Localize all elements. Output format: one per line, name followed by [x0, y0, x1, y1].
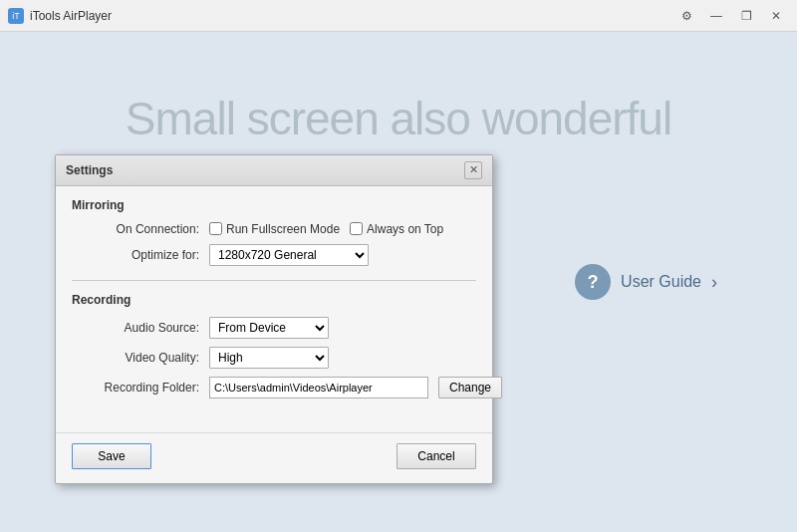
optimize-controls: 1280x720 General 1920x1080 HD 960x540 Lo…: [209, 244, 369, 266]
on-connection-label: On Connection:: [80, 222, 209, 236]
optimize-label: Optimize for:: [80, 248, 209, 262]
save-button[interactable]: Save: [72, 443, 151, 469]
optimize-select[interactable]: 1280x720 General 1920x1080 HD 960x540 Lo…: [209, 244, 369, 266]
minimize-btn[interactable]: —: [703, 6, 729, 26]
dialog-footer: Save Cancel: [56, 432, 492, 483]
on-connection-row: On Connection: Run Fullscreen Mode Alway…: [80, 222, 468, 236]
main-content: Small screen also wonderful ? User Guide…: [0, 32, 797, 532]
always-on-top-checkbox[interactable]: [350, 222, 363, 235]
audio-source-select[interactable]: From Device From Microphone None: [209, 317, 329, 339]
recording-folder-row: Recording Folder: Change: [80, 377, 468, 399]
fullscreen-label: Run Fullscreen Mode: [226, 222, 340, 236]
dialog-titlebar: Settings ✕: [56, 155, 492, 186]
section-divider: [72, 280, 476, 281]
video-quality-label: Video Quality:: [80, 351, 209, 365]
recording-section-header: Recording: [72, 293, 476, 307]
video-quality-select[interactable]: High Medium Low: [209, 347, 329, 369]
mirroring-section-content: On Connection: Run Fullscreen Mode Alway…: [72, 222, 476, 266]
app-icon: iT: [8, 8, 24, 24]
mirroring-section: Mirroring On Connection: Run Fullscreen …: [72, 198, 476, 266]
settings-dialog: Settings ✕ Mirroring On Connection:: [55, 154, 493, 484]
audio-source-controls: From Device From Microphone None: [209, 317, 329, 339]
close-btn[interactable]: ✕: [763, 6, 789, 26]
audio-source-row: Audio Source: From Device From Microphon…: [80, 317, 468, 339]
dialog-overlay: Settings ✕ Mirroring On Connection:: [0, 64, 797, 532]
on-connection-controls: Run Fullscreen Mode Always on Top: [209, 222, 443, 236]
recording-section: Recording Audio Source: From Device From…: [72, 293, 476, 399]
always-on-top-checkbox-label[interactable]: Always on Top: [350, 222, 443, 236]
dialog-body: Mirroring On Connection: Run Fullscreen …: [56, 186, 492, 428]
fullscreen-checkbox-label[interactable]: Run Fullscreen Mode: [209, 222, 340, 236]
always-on-top-label: Always on Top: [367, 222, 443, 236]
fullscreen-checkbox[interactable]: [209, 222, 222, 235]
recording-folder-controls: Change: [209, 377, 502, 399]
audio-source-label: Audio Source:: [80, 321, 209, 335]
titlebar: iT iTools AirPlayer ⚙ — ❐ ✕: [0, 0, 797, 32]
app-title: iTools AirPlayer: [30, 9, 112, 23]
settings-btn[interactable]: ⚙: [673, 6, 699, 26]
titlebar-controls: ⚙ — ❐ ✕: [673, 6, 789, 26]
restore-btn[interactable]: ❐: [733, 6, 759, 26]
recording-section-content: Audio Source: From Device From Microphon…: [72, 317, 476, 399]
change-folder-button[interactable]: Change: [438, 377, 502, 399]
dialog-title: Settings: [66, 163, 113, 177]
cancel-button[interactable]: Cancel: [397, 443, 476, 469]
optimize-row: Optimize for: 1280x720 General 1920x1080…: [80, 244, 468, 266]
video-quality-row: Video Quality: High Medium Low: [80, 347, 468, 369]
recording-folder-label: Recording Folder:: [80, 381, 209, 395]
titlebar-left: iT iTools AirPlayer: [8, 8, 112, 24]
video-quality-controls: High Medium Low: [209, 347, 329, 369]
recording-folder-input[interactable]: [209, 377, 428, 399]
mirroring-section-header: Mirroring: [72, 198, 476, 212]
dialog-close-button[interactable]: ✕: [464, 161, 482, 179]
